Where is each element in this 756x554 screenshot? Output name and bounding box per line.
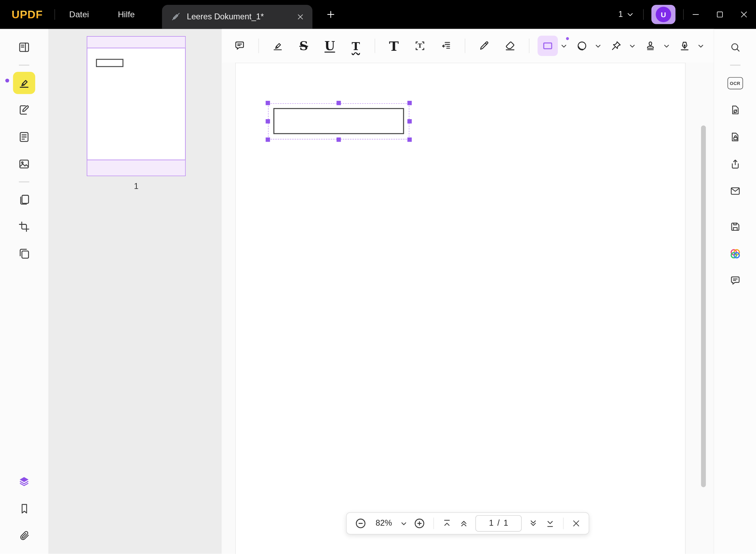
previous-page-button[interactable] xyxy=(458,518,469,529)
document-canvas: 82% xyxy=(222,63,714,554)
sidebar-item-organize-pages[interactable] xyxy=(13,189,35,211)
text-box-icon: T xyxy=(414,40,426,52)
ai-assistant-button[interactable] xyxy=(724,243,746,265)
pushpin-icon xyxy=(610,40,622,52)
chevron-down-icon[interactable] xyxy=(561,43,567,48)
note-icon xyxy=(234,40,245,52)
highlight-tool-button[interactable] xyxy=(268,36,288,56)
tab-close-icon[interactable] xyxy=(296,12,304,21)
organize-pages-icon xyxy=(18,193,30,206)
chevron-down-icon[interactable] xyxy=(698,43,704,48)
stamp-tool-button[interactable] xyxy=(640,36,661,56)
left-sidebar xyxy=(0,29,48,554)
tab-count-value: 1 xyxy=(618,10,623,19)
thumbnail-annotation-rect xyxy=(96,59,124,67)
annotation-toolbar: S U T T T xyxy=(222,29,714,63)
image-edit-icon xyxy=(18,158,30,170)
underline-tool-button[interactable]: U xyxy=(320,36,340,56)
convert-button[interactable] xyxy=(724,99,746,121)
paperclip-icon xyxy=(18,529,30,542)
minimize-button[interactable] xyxy=(684,0,708,29)
save-icon xyxy=(729,221,741,233)
menu-hilfe[interactable]: Hilfe xyxy=(104,9,149,19)
chevron-down-icon[interactable] xyxy=(595,43,601,48)
feedback-button[interactable] xyxy=(724,270,746,292)
share-icon xyxy=(729,158,741,170)
new-tab-button[interactable] xyxy=(322,6,339,23)
sidebar-item-annotate[interactable] xyxy=(13,72,35,94)
close-zoombar-button[interactable] xyxy=(571,518,581,528)
ocr-button[interactable]: OCR xyxy=(724,72,746,94)
close-window-button[interactable] xyxy=(732,0,756,29)
zoom-page-toolbar: 82% xyxy=(346,512,589,534)
note-tool-button[interactable] xyxy=(230,36,250,56)
share-button[interactable] xyxy=(724,153,746,175)
sidebar-item-layers[interactable] xyxy=(13,470,35,493)
thumbnail-margin-top xyxy=(87,37,185,48)
resize-handle-nw[interactable] xyxy=(266,101,270,105)
signature-tool-group xyxy=(675,36,704,56)
maximize-button[interactable] xyxy=(708,0,732,29)
stamp-icon xyxy=(644,40,656,52)
sidebar-item-page-text[interactable] xyxy=(13,126,35,148)
signature-tool-button[interactable] xyxy=(675,36,695,56)
page-separator: / xyxy=(497,518,500,528)
rectangle-annotation[interactable] xyxy=(273,108,404,134)
sidebar-item-edit-text[interactable] xyxy=(13,99,35,121)
resize-handle-ne[interactable] xyxy=(407,101,412,105)
total-pages: 1 xyxy=(504,518,508,528)
last-page-button[interactable] xyxy=(545,518,555,529)
chevron-down-icon[interactable] xyxy=(663,43,670,48)
strikethrough-tool-button[interactable]: S xyxy=(294,36,314,56)
go-to-top-icon xyxy=(442,518,452,529)
callout-tool-button[interactable] xyxy=(436,36,456,56)
zoom-out-button[interactable] xyxy=(355,517,367,529)
resize-handle-n[interactable] xyxy=(337,101,341,105)
layers-icon xyxy=(18,475,30,488)
edit-disabled-icon xyxy=(171,12,181,22)
save-button[interactable] xyxy=(724,216,746,238)
sidebar-item-crop[interactable] xyxy=(13,216,35,238)
tab-count-dropdown[interactable]: 1 xyxy=(609,10,643,19)
resize-handle-e[interactable] xyxy=(407,119,412,124)
chevron-down-icon[interactable] xyxy=(629,43,636,48)
page-thumbnail[interactable] xyxy=(87,36,185,176)
sidebar-item-bookmarks[interactable] xyxy=(13,497,35,519)
resize-handle-s[interactable] xyxy=(337,137,341,142)
pdf-page[interactable] xyxy=(235,63,686,554)
account-button[interactable]: U xyxy=(651,5,676,24)
sidebar-item-reader-view[interactable] xyxy=(13,36,35,58)
squiggly-tool-button[interactable]: T xyxy=(346,36,366,56)
page-number-box[interactable]: 1 / 1 xyxy=(475,515,522,532)
next-page-button[interactable] xyxy=(528,518,539,529)
document-tab[interactable]: Leeres Dokument_1* xyxy=(162,5,312,29)
toolbar-divider xyxy=(259,39,259,53)
ellipse-tool-button[interactable] xyxy=(572,36,592,56)
protect-document-button[interactable] xyxy=(724,126,746,148)
zoom-in-button[interactable] xyxy=(413,517,426,529)
sidebar-item-batch-process[interactable] xyxy=(13,243,35,265)
email-button[interactable] xyxy=(724,180,746,202)
rectangle-tool-button[interactable] xyxy=(537,36,558,56)
zoom-dropdown-icon[interactable] xyxy=(401,521,407,526)
text-tool-button[interactable]: T xyxy=(384,36,404,56)
resize-handle-sw[interactable] xyxy=(266,137,270,142)
fountain-pen-icon xyxy=(679,40,691,52)
sidebar-item-edit-image[interactable] xyxy=(13,153,35,175)
textbox-tool-button[interactable]: T xyxy=(410,36,430,56)
resize-handle-se[interactable] xyxy=(407,137,412,142)
pencil-tool-button[interactable] xyxy=(474,36,494,56)
pin-tool-group xyxy=(606,36,636,56)
eraser-tool-button[interactable] xyxy=(500,36,520,56)
sidebar-item-attachments[interactable] xyxy=(13,524,35,546)
annotation-selection[interactable] xyxy=(268,103,409,140)
resize-handle-w[interactable] xyxy=(266,119,270,124)
vertical-scrollbar[interactable] xyxy=(701,125,706,487)
sidebar-divider xyxy=(19,65,29,66)
highlighter-icon xyxy=(18,77,30,89)
pin-tool-button[interactable] xyxy=(606,36,627,56)
first-page-button[interactable] xyxy=(442,518,452,529)
toolbar-divider xyxy=(465,39,465,53)
menu-datei[interactable]: Datei xyxy=(55,9,104,19)
search-button[interactable] xyxy=(724,36,746,58)
